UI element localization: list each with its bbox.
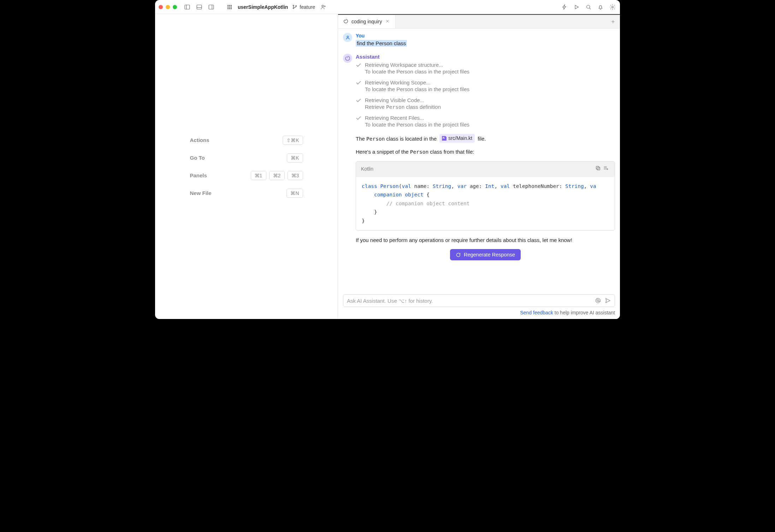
answer-line-3: If you need to perform any operations or… bbox=[356, 236, 615, 244]
svg-point-36 bbox=[597, 300, 599, 301]
svg-rect-4 bbox=[209, 5, 214, 9]
panel-left-icon[interactable] bbox=[183, 3, 191, 11]
run-icon[interactable] bbox=[573, 3, 580, 11]
kbd-panel-2: ⌘2 bbox=[269, 171, 285, 180]
check-icon bbox=[356, 80, 361, 92]
code-content[interactable]: class Person(val name: String, var age: … bbox=[356, 177, 615, 230]
svg-point-17 bbox=[296, 6, 297, 7]
step-desc: To locate the Person class in the projec… bbox=[365, 86, 469, 92]
step-desc: To locate the Person class in the projec… bbox=[365, 122, 469, 128]
regenerate-label: Regenerate Response bbox=[464, 252, 515, 258]
apps-grid-icon[interactable] bbox=[226, 3, 233, 11]
svg-point-13 bbox=[229, 8, 230, 9]
kbd-panel-3: ⌘3 bbox=[288, 171, 303, 180]
svg-rect-29 bbox=[597, 167, 600, 170]
file-chip[interactable]: src/Main.kt bbox=[439, 134, 475, 143]
swirl-icon bbox=[343, 18, 349, 25]
svg-point-14 bbox=[231, 8, 231, 9]
titlebar: userSimpleAppKotlin feature bbox=[155, 0, 620, 14]
code-lang: Kotlin bbox=[361, 165, 373, 173]
step-title: Retrieving Visible Code... bbox=[365, 97, 441, 103]
send-icon[interactable] bbox=[605, 297, 611, 304]
svg-point-6 bbox=[227, 5, 228, 6]
welcome-pane: Actions ⇧⌘K Go To ⌘K Panels ⌘1 ⌘2 ⌘3 N bbox=[155, 14, 338, 319]
svg-point-8 bbox=[231, 5, 231, 6]
insert-icon[interactable] bbox=[602, 164, 610, 174]
kbd-newfile: ⌘N bbox=[286, 189, 303, 198]
svg-line-22 bbox=[590, 8, 591, 9]
step-3: Retrieving Visible Code... Retrieve Pers… bbox=[356, 97, 615, 110]
hint-newfile-label: New File bbox=[190, 190, 212, 196]
message-user: You find the Person class bbox=[343, 33, 615, 47]
step-desc: To locate the Person class in the projec… bbox=[365, 69, 469, 75]
new-tab-button[interactable] bbox=[606, 15, 620, 28]
svg-point-18 bbox=[322, 5, 324, 7]
step-desc: Retrieve Person class definition bbox=[365, 104, 441, 110]
svg-rect-0 bbox=[185, 5, 190, 9]
svg-rect-2 bbox=[197, 5, 202, 9]
svg-point-10 bbox=[229, 6, 230, 7]
svg-point-21 bbox=[587, 5, 590, 8]
close-icon[interactable] bbox=[385, 18, 390, 25]
check-icon bbox=[356, 63, 361, 75]
step-title: Retrieving Workspace structure... bbox=[365, 62, 469, 68]
assistant-avatar-icon bbox=[343, 54, 352, 63]
kbd-actions: ⇧⌘K bbox=[283, 136, 303, 145]
minimize-window[interactable] bbox=[166, 5, 170, 9]
send-feedback-link[interactable]: Send feedback bbox=[520, 310, 553, 315]
step-title: Retrieving Recent Files... bbox=[365, 115, 469, 121]
kotlin-file-icon bbox=[442, 136, 446, 141]
file-chip-label: src/Main.kt bbox=[448, 135, 472, 142]
hint-goto: Go To ⌘K bbox=[190, 153, 303, 162]
project-name[interactable]: userSimpleAppKotlin bbox=[238, 4, 288, 10]
check-icon bbox=[356, 116, 361, 128]
step-2: Retrieving Working Scope... To locate th… bbox=[356, 79, 615, 92]
zoom-window[interactable] bbox=[173, 5, 177, 9]
kbd-panel-1: ⌘1 bbox=[251, 171, 266, 180]
message-author-assistant: Assistant bbox=[356, 54, 615, 60]
add-user-icon[interactable] bbox=[319, 3, 327, 11]
check-icon bbox=[356, 98, 361, 110]
git-branch[interactable]: feature bbox=[292, 4, 315, 10]
message-assistant: Assistant Retrieving Workspace structure… bbox=[343, 54, 615, 262]
feedback-row: Send feedback to help improve AI assista… bbox=[338, 310, 620, 319]
hint-goto-label: Go To bbox=[190, 155, 205, 161]
user-avatar-icon bbox=[343, 33, 352, 42]
step-title: Retrieving Working Scope... bbox=[365, 79, 469, 85]
copy-icon[interactable] bbox=[594, 164, 602, 174]
svg-point-16 bbox=[293, 8, 294, 9]
svg-point-7 bbox=[229, 5, 230, 6]
branch-name: feature bbox=[300, 4, 315, 10]
step-4: Retrieving Recent Files... To locate the… bbox=[356, 115, 615, 128]
hint-actions: Actions ⇧⌘K bbox=[190, 136, 303, 145]
feedback-text: to help improve AI assistant bbox=[553, 310, 615, 315]
code-block: Kotlin class Person(val name: String, va… bbox=[356, 161, 615, 231]
step-1: Retrieving Workspace structure... To loc… bbox=[356, 62, 615, 75]
ai-assistant-pane: coding inquiry You bbox=[338, 14, 620, 319]
bell-icon[interactable] bbox=[597, 3, 604, 11]
tab-coding-inquiry[interactable]: coding inquiry bbox=[338, 15, 396, 28]
search-icon[interactable] bbox=[585, 3, 592, 11]
at-icon[interactable] bbox=[595, 297, 601, 304]
kbd-goto: ⌘K bbox=[287, 153, 303, 162]
panel-right-icon[interactable] bbox=[207, 3, 215, 11]
user-message-text: find the Person class bbox=[356, 40, 407, 47]
settings-icon[interactable] bbox=[609, 3, 616, 11]
chat-input[interactable] bbox=[347, 298, 591, 304]
svg-point-23 bbox=[612, 6, 614, 8]
svg-point-11 bbox=[231, 6, 231, 7]
panel-bottom-icon[interactable] bbox=[195, 3, 203, 11]
svg-point-28 bbox=[347, 36, 348, 37]
tab-bar: coding inquiry bbox=[338, 14, 620, 29]
bolt-icon[interactable] bbox=[561, 3, 568, 11]
answer-line-2: Here's a snippet of the Person class fro… bbox=[356, 148, 615, 156]
hint-panels: Panels ⌘1 ⌘2 ⌘3 bbox=[190, 171, 303, 180]
hint-newfile: New File ⌘N bbox=[190, 189, 303, 198]
message-author-user: You bbox=[356, 33, 615, 39]
close-window[interactable] bbox=[159, 5, 163, 9]
traffic-lights bbox=[159, 5, 177, 9]
chat-input-row bbox=[343, 294, 615, 307]
regenerate-button[interactable]: Regenerate Response bbox=[450, 249, 521, 260]
chat-scroll[interactable]: You find the Person class Assistant bbox=[338, 29, 620, 291]
svg-point-12 bbox=[227, 8, 228, 9]
